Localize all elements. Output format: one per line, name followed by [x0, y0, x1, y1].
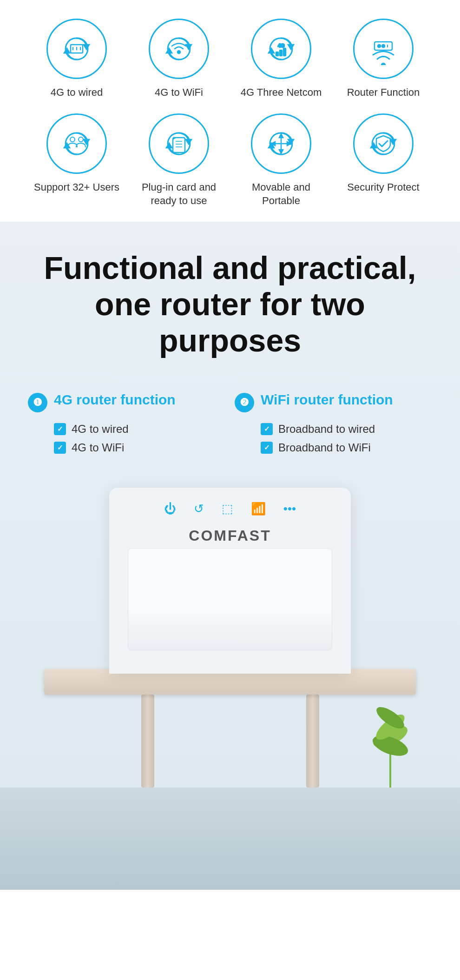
router-functions: ❶ 4G router function 4G to wired 4G to W… [28, 387, 432, 464]
feature-router-fn: Router Function [335, 19, 432, 99]
router-leds: ⏻ ↺ ⬚ 📶 ••• [128, 502, 332, 516]
svg-point-18 [382, 45, 385, 47]
4g-wifi-label: 4G to WiFi [155, 86, 203, 99]
func-4g-title: 4G router function [54, 391, 176, 408]
led-power: ⏻ [164, 502, 176, 516]
feature-security: Security Protect [335, 113, 432, 208]
func-4g-heading: ❶ 4G router function [28, 391, 225, 412]
32-users-icon [60, 127, 93, 160]
func-wifi-item-2-label: Broadband to WiFi [278, 441, 371, 454]
4g-three-icon: 4G [265, 33, 297, 65]
led-wifi: 📶 [251, 502, 266, 516]
router-fn-label: Router Function [347, 86, 420, 99]
32-users-icon-circle [46, 113, 107, 174]
check-icon-3 [261, 423, 273, 435]
32-users-label: Support 32+ Users [34, 180, 119, 194]
svg-rect-14 [283, 48, 286, 56]
feature-32-users: Support 32+ Users [28, 113, 125, 208]
check-icon-1 [54, 423, 66, 435]
main-title: Functional and practical, one router for… [28, 250, 432, 359]
table-leg-right [306, 695, 319, 788]
svg-point-15 [381, 63, 385, 65]
svg-rect-12 [276, 52, 278, 56]
4g-wired-label: 4G to wired [51, 86, 103, 99]
led-sync: ↺ [194, 502, 204, 516]
svg-marker-35 [279, 150, 283, 153]
movable-icon [265, 127, 297, 160]
router-fn-icon-circle [353, 19, 414, 79]
security-label: Security Protect [347, 180, 419, 194]
func-wifi-heading: ❷ WiFi router function [235, 391, 432, 412]
4g-three-icon-circle: 4G [251, 19, 311, 79]
svg-rect-13 [280, 50, 282, 56]
svg-marker-34 [279, 134, 283, 138]
table-leg-left [141, 695, 154, 788]
router-body [128, 548, 332, 650]
plug-in-icon-circle [149, 113, 209, 174]
router-fn-icon [367, 33, 400, 65]
router-device: ⏻ ↺ ⬚ 📶 ••• COMFAST [109, 488, 351, 674]
func-4g-item-1: 4G to wired [54, 423, 225, 436]
func-4g-item-1-label: 4G to wired [72, 423, 129, 436]
security-icon-circle [353, 113, 414, 174]
bottom-bg [0, 788, 460, 890]
4g-wired-icon [60, 33, 93, 65]
func-wifi-title: WiFi router function [261, 391, 393, 408]
led-eth: ⬚ [222, 502, 233, 516]
func-wifi-number: ❷ [235, 393, 254, 412]
func-wifi-items: Broadband to wired Broadband to WiFi [235, 423, 432, 454]
movable-label: Movable and Portable [232, 180, 330, 208]
func-4g-number: ❶ [28, 393, 47, 412]
func-4g-block: ❶ 4G router function 4G to wired 4G to W… [28, 387, 225, 464]
feature-4g-wifi: 4G to WiFi [130, 19, 228, 99]
plug-in-label: Plug-in card and ready to use [130, 180, 228, 208]
svg-rect-26 [173, 138, 185, 152]
svg-point-22 [70, 137, 75, 142]
svg-text:4G: 4G [278, 43, 285, 48]
feature-4g-three: 4G 4G Three Netcom [232, 19, 330, 99]
4g-wired-icon-circle [46, 19, 107, 79]
router-brand: COMFAST [128, 527, 332, 544]
func-wifi-block: ❷ WiFi router function Broadband to wire… [235, 387, 432, 464]
router-image-wrap: ⏻ ↺ ⬚ 📶 ••• COMFAST [28, 488, 432, 788]
movable-icon-circle [251, 113, 311, 174]
feature-plug-in: Plug-in card and ready to use [130, 113, 228, 208]
bottom-section: Functional and practical, one router for… [0, 222, 460, 890]
4g-three-label: 4G Three Netcom [241, 86, 322, 99]
check-icon-2 [54, 442, 66, 454]
svg-point-17 [378, 45, 381, 47]
security-icon [367, 127, 400, 160]
func-4g-items: 4G to wired 4G to WiFi [28, 423, 225, 454]
feature-movable: Movable and Portable [232, 113, 330, 208]
feature-grid: 4G to wired 4G to WiFi [0, 0, 460, 222]
svg-point-23 [79, 137, 83, 142]
plug-in-icon [163, 127, 195, 160]
func-4g-item-2: 4G to WiFi [54, 441, 225, 454]
func-wifi-item-1: Broadband to wired [261, 423, 432, 436]
led-signal: ••• [283, 502, 296, 516]
check-icon-4 [261, 442, 273, 454]
4g-wifi-icon [163, 33, 195, 65]
func-4g-item-2-label: 4G to WiFi [72, 441, 124, 454]
func-wifi-item-1-label: Broadband to wired [278, 423, 375, 436]
svg-point-8 [177, 51, 180, 53]
func-wifi-item-2: Broadband to WiFi [261, 441, 432, 454]
4g-wifi-icon-circle [149, 19, 209, 79]
feature-4g-wired: 4G to wired [28, 19, 125, 99]
